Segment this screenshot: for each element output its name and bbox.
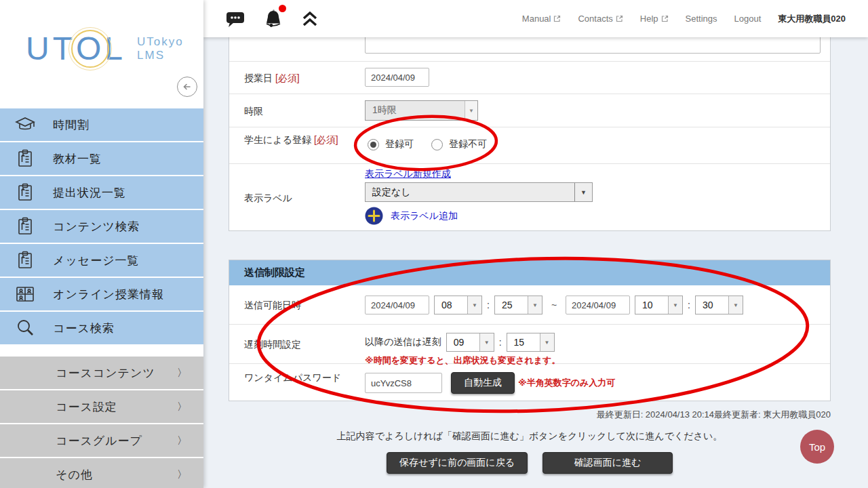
available-from-minute-select[interactable]: 25 ▼ <box>494 296 542 314</box>
manual-link[interactable]: Manual <box>522 14 561 24</box>
notification-bell-icon[interactable] <box>263 9 283 29</box>
available-from-hour-select[interactable]: 08 ▼ <box>434 296 482 314</box>
arrow-left-icon <box>181 81 193 93</box>
username: 東大用教職員020 <box>778 13 846 25</box>
range-separator: ~ <box>551 300 557 310</box>
sidebar-item-content-search[interactable]: コンテンツ検索 <box>0 210 203 243</box>
chevron-down-icon: ▼ <box>668 296 682 314</box>
notification-badge <box>279 5 286 12</box>
instruction-text: 上記内容でよろしければ「確認画面に進む」ボタンをクリックして次に進んでください。 <box>229 430 831 443</box>
chevron-right-icon: 〉 <box>177 434 187 447</box>
chevron-right-icon: 〉 <box>177 367 187 380</box>
register-allowed-radio[interactable] <box>368 139 379 150</box>
cropped-text-input[interactable] <box>365 37 821 54</box>
topbar: Manual Contacts Help Settings Logout 東大用… <box>203 0 868 37</box>
register-allowed-label: 登録可 <box>385 138 414 150</box>
chevron-right-icon: 〉 <box>177 401 187 413</box>
chevron-down-icon: ▼ <box>728 296 743 314</box>
sidebar-item-course-search[interactable]: コース検索 <box>0 312 203 344</box>
late-prefix-text: 以降の送信は遅刻 <box>365 336 441 348</box>
time-colon: : <box>499 337 502 348</box>
collapse-up-icon[interactable] <box>302 10 318 28</box>
chevron-down-icon: ▼ <box>574 183 592 201</box>
clipboard-icon <box>14 147 37 170</box>
create-display-label-link[interactable]: 表示ラベル新規作成 <box>365 168 451 180</box>
available-to-date-input[interactable] <box>566 296 630 314</box>
late-hour-select[interactable]: 09 ▼ <box>446 333 494 352</box>
clipboard-icon <box>14 181 37 204</box>
sidebar-item-online-class[interactable]: オンライン授業情報 <box>0 278 203 310</box>
logo-subtitle: UTokyo LMS <box>137 35 184 62</box>
display-label-label: 表示ラベル <box>244 192 292 205</box>
sidebar-item-messages[interactable]: メッセージ一覧 <box>0 244 203 277</box>
period-row: 時限 1時限 ▼ <box>229 94 830 127</box>
proceed-to-confirmation-button[interactable]: 確認画面に進む <box>542 452 673 474</box>
sidebar: UTOL UTokyo LMS 時間割 教材一覧 <box>0 0 203 488</box>
external-link-icon <box>616 15 623 22</box>
utol-logo: UTOL UTokyo LMS <box>26 30 184 67</box>
last-updated-text: 最終更新日: 2024/04/13 20:14最終更新者: 東大用教職員020 <box>229 409 831 421</box>
back-without-saving-button[interactable]: 保存せずに前の画面に戻る <box>387 452 528 474</box>
available-to-minute-select[interactable]: 30 ▼ <box>695 296 743 314</box>
display-label-select[interactable]: 設定なし ▼ <box>365 182 593 202</box>
logo-text: UTOL <box>26 30 126 67</box>
class-date-row: 授業日 [必須] <box>229 62 830 94</box>
sidebar-main-menu: 時間割 教材一覧 提出状況一覧 <box>0 108 203 346</box>
period-label: 時限 <box>244 106 263 118</box>
required-badge: [必須] <box>275 73 300 83</box>
available-to-hour-select[interactable]: 10 ▼ <box>635 296 683 314</box>
sidebar-item-others[interactable]: その他 〉 <box>0 458 203 488</box>
auto-generate-button[interactable]: 自動生成 <box>451 372 515 394</box>
external-link-icon <box>553 15 561 22</box>
search-icon <box>14 317 37 340</box>
sidebar-item-course-settings[interactable]: コース設定 〉 <box>0 390 203 423</box>
scroll-to-top-button[interactable]: Top <box>800 430 834 464</box>
external-link-icon <box>661 15 669 22</box>
student-registration-row: 学生による登録 [必須] 登録可 登録不可 <box>229 127 830 164</box>
add-display-label-link[interactable]: 表示ラベル追加 <box>391 210 458 222</box>
one-time-password-label: ワンタイムパスワード <box>244 371 354 385</box>
class-date-label: 授業日 <box>244 73 273 83</box>
sidebar-item-timetable[interactable]: 時間割 <box>0 108 203 141</box>
late-time-label: 遅刻時間設定 <box>244 339 301 351</box>
otp-note: ※半角英数字のみ入力可 <box>518 377 615 389</box>
period-select[interactable]: 1時限 ▼ <box>365 100 478 121</box>
register-denied-radio[interactable] <box>431 139 443 150</box>
message-icon[interactable] <box>226 10 245 28</box>
sidebar-item-course-contents[interactable]: コースコンテンツ 〉 <box>0 357 203 389</box>
student-registration-label: 学生による登録 <box>244 134 311 145</box>
late-time-row: 遅刻時間設定 以降の送信は遅刻 09 ▼ : 15 ▼ ※時間を変更すると、出席… <box>229 325 830 364</box>
contacts-link[interactable]: Contacts <box>578 14 623 24</box>
logout-link[interactable]: Logout <box>734 14 762 24</box>
display-label-row: 表示ラベル 表示ラベル新規作成 設定なし ▼ 表示ラベル追加 <box>229 164 830 232</box>
chevron-right-icon: 〉 <box>177 468 187 481</box>
sidebar-item-submissions[interactable]: 提出状況一覧 <box>0 176 203 209</box>
chevron-down-icon: ▼ <box>465 101 477 120</box>
sidebar-item-course-group[interactable]: コースグループ 〉 <box>0 424 203 457</box>
time-colon: : <box>688 300 690 310</box>
chevron-down-icon: ▼ <box>467 296 481 314</box>
settings-link[interactable]: Settings <box>686 14 717 24</box>
class-date-input[interactable] <box>365 68 429 87</box>
online-class-icon <box>14 283 37 306</box>
sidebar-collapse-button[interactable] <box>177 77 197 97</box>
one-time-password-row: ワンタイムパスワード 自動生成 ※半角英数字のみ入力可 <box>229 364 830 402</box>
required-badge: [必須] <box>314 134 338 145</box>
cropped-input-row <box>229 37 830 62</box>
clipboard-icon <box>14 215 37 238</box>
help-link[interactable]: Help <box>640 14 669 24</box>
sidebar-course-menu: コースコンテンツ 〉 コース設定 〉 コースグループ 〉 その他 〉 <box>0 357 203 488</box>
chevron-down-icon: ▼ <box>540 333 554 351</box>
clipboard-icon <box>14 249 37 272</box>
register-denied-label: 登録不可 <box>449 138 487 150</box>
available-from-date-input[interactable] <box>365 296 429 314</box>
basic-settings-card: 授業日 [必須] 時限 1時限 ▼ 学生による登録 [必須] 登録可 登録不可 <box>229 37 831 231</box>
chevron-down-icon: ▼ <box>528 296 542 314</box>
available-period-row: 送信可能日時 08 ▼ : 25 ▼ ~ 10 ▼ : 30 ▼ <box>229 285 830 325</box>
sidebar-item-materials[interactable]: 教材一覧 <box>0 142 203 175</box>
late-minute-select[interactable]: 15 ▼ <box>507 333 555 352</box>
section-title: 送信制限設定 <box>229 260 830 285</box>
one-time-password-input[interactable] <box>365 373 442 393</box>
main-content: 授業日 [必須] 時限 1時限 ▼ 学生による登録 [必須] 登録可 登録不可 <box>203 37 868 488</box>
add-circle-icon[interactable] <box>365 207 383 225</box>
